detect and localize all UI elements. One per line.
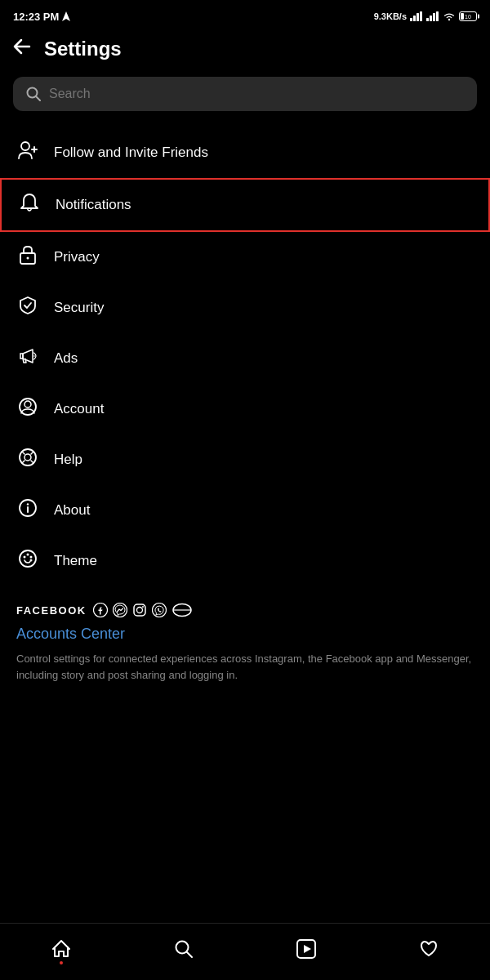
search-nav-icon: [173, 938, 194, 960]
svg-rect-4: [420, 11, 422, 21]
back-button[interactable]: [13, 38, 31, 60]
settings-item-theme[interactable]: Theme: [0, 536, 490, 586]
help-label: Help: [54, 452, 82, 468]
facebook-icon: [93, 603, 108, 617]
svg-point-16: [27, 257, 29, 260]
account-icon: [16, 397, 39, 421]
status-time: 12:23 PM: [13, 11, 70, 23]
svg-line-43: [187, 952, 192, 957]
svg-line-22: [22, 452, 25, 455]
svg-point-38: [142, 606, 144, 608]
accounts-description: Control settings for connected experienc…: [16, 651, 474, 683]
facebook-label: FACEBOOK: [16, 604, 87, 617]
svg-point-9: [448, 19, 450, 20]
privacy-label: Privacy: [54, 249, 100, 265]
settings-item-security[interactable]: Security: [0, 283, 490, 333]
help-icon: [16, 448, 39, 472]
threads-icon: [172, 603, 193, 617]
svg-point-32: [30, 556, 33, 559]
svg-point-37: [136, 608, 142, 613]
ads-icon: [16, 346, 39, 371]
settings-item-privacy[interactable]: Privacy: [0, 232, 490, 283]
page-header: Settings: [0, 29, 490, 74]
account-label: Account: [54, 401, 104, 417]
svg-point-12: [21, 142, 29, 150]
instagram-icon: [132, 603, 147, 617]
about-label: About: [54, 502, 90, 519]
whatsapp-icon: [152, 603, 167, 617]
nav-reels[interactable]: [296, 938, 317, 960]
follow-icon: [16, 140, 39, 165]
ads-label: Ads: [54, 350, 78, 367]
shield-icon: [16, 296, 39, 320]
notification-bell-icon: [20, 193, 39, 212]
svg-rect-6: [430, 16, 432, 21]
nav-activity[interactable]: [418, 938, 439, 960]
nav-home[interactable]: [51, 938, 72, 960]
settings-item-notifications[interactable]: Notifications: [0, 178, 490, 232]
svg-rect-7: [433, 13, 435, 21]
follow-label: Follow and Invite Friends: [54, 145, 208, 161]
account-person-icon: [18, 397, 38, 416]
settings-item-account[interactable]: Account: [0, 384, 490, 434]
status-right: 9.3KB/s 10: [374, 11, 477, 21]
svg-point-21: [24, 454, 31, 461]
svg-line-11: [36, 96, 40, 100]
search-bar[interactable]: [13, 77, 477, 111]
heart-icon: [418, 938, 439, 960]
svg-point-42: [176, 941, 189, 953]
svg-marker-45: [304, 945, 311, 953]
signal-icon-2: [426, 11, 439, 21]
bottom-navigation: [0, 923, 490, 980]
search-icon: [26, 87, 41, 101]
svg-line-24: [22, 461, 25, 464]
svg-rect-3: [416, 13, 419, 21]
status-bar: 12:23 PM 9.3KB/s 10: [0, 0, 490, 29]
facebook-section: FACEBOOK: [0, 586, 490, 689]
search-input[interactable]: [49, 87, 464, 101]
svg-point-30: [24, 556, 26, 559]
privacy-lock-icon: [19, 245, 37, 265]
svg-line-23: [31, 452, 34, 455]
theme-icon: [16, 549, 39, 573]
follow-friends-icon: [17, 140, 38, 160]
settings-item-help[interactable]: Help: [0, 434, 490, 485]
help-lifebuoy-icon: [18, 448, 38, 467]
facebook-app-icons: [93, 603, 193, 617]
signal-icon-1: [410, 11, 423, 21]
network-speed: 9.3KB/s: [374, 11, 407, 21]
svg-rect-8: [436, 11, 439, 21]
nav-search[interactable]: [173, 938, 194, 960]
svg-point-39: [152, 604, 166, 617]
facebook-header: FACEBOOK: [16, 603, 474, 617]
bell-icon: [18, 193, 41, 217]
theme-label: Theme: [54, 553, 97, 569]
notifications-label: Notifications: [56, 197, 131, 213]
theme-palette-icon: [18, 549, 38, 568]
svg-rect-2: [413, 16, 416, 21]
about-info-icon: [18, 498, 38, 518]
svg-point-29: [20, 550, 36, 567]
wifi-icon: [443, 11, 456, 21]
home-active-dot: [60, 961, 63, 964]
messenger-icon: [113, 603, 127, 617]
settings-item-follow[interactable]: Follow and Invite Friends: [0, 127, 490, 178]
accounts-center-link[interactable]: Accounts Center: [16, 626, 474, 643]
svg-point-19: [24, 401, 31, 408]
security-shield-icon: [19, 296, 37, 315]
lock-icon: [16, 245, 39, 270]
svg-rect-1: [410, 18, 412, 21]
navigation-icon: [62, 11, 70, 21]
svg-line-25: [31, 461, 34, 464]
svg-point-31: [27, 554, 29, 556]
back-arrow-icon: [13, 38, 31, 55]
time-display: 12:23 PM: [13, 11, 59, 23]
svg-point-17: [33, 355, 35, 357]
svg-rect-5: [426, 18, 429, 21]
ads-megaphone-icon: [18, 346, 38, 366]
reels-icon: [296, 938, 317, 960]
svg-point-28: [27, 503, 29, 505]
settings-item-ads[interactable]: Ads: [0, 333, 490, 384]
battery-icon: 10: [459, 11, 477, 21]
settings-item-about[interactable]: About: [0, 485, 490, 536]
